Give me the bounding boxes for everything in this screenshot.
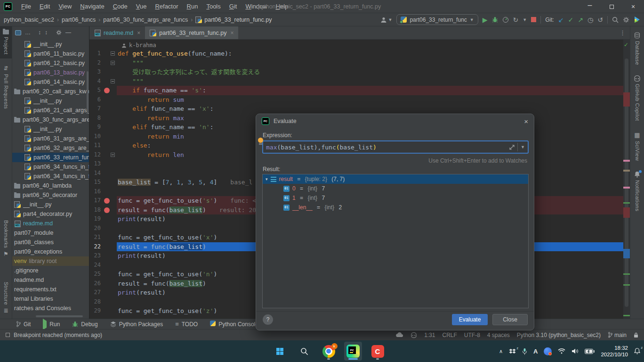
volume-icon[interactable] [572,348,579,354]
result-row[interactable]: 0 = {int} 7 [263,184,528,193]
tree-item[interactable]: part06_33_return_func.p [12,153,89,162]
tool-button-sciview[interactable]: ▦ SciView [630,121,644,161]
menu-file[interactable]: File [17,0,35,13]
tool-window-button-todo[interactable]: ≡TODO [175,321,198,328]
user-avatar-icon[interactable]: ▼ [380,16,392,23]
tree-item[interactable]: part09_exceptions [12,247,89,256]
tool-button-pull-requests[interactable]: ⇵ Pull Requests [0,58,12,115]
profiler-button[interactable] [502,16,509,23]
github-copilot-status-icon[interactable] [411,332,417,338]
breadcrumb-item[interactable]: part06_33_return_func.py [195,16,272,23]
run-configuration-select[interactable]: part06_33_return_func ▼ [396,14,478,25]
evaluate-button[interactable]: Evaluate [452,314,488,325]
line-number[interactable]: 26 [90,279,101,288]
code-line[interactable]: 2 """ [89,58,623,68]
line-number[interactable]: 25 [90,270,101,279]
tree-item[interactable]: readme.md [12,275,89,285]
tool-window-button-python-console[interactable]: Python Console [210,321,258,328]
help-button[interactable]: ? [263,314,273,325]
tree-item[interactable]: part06_13_basic.py [12,68,89,77]
tool-button-notifications[interactable]: Notifications [630,161,644,211]
code-line[interactable]: 7 elif func_name == 'x': [89,104,623,114]
menu-vue[interactable]: Vue [132,0,151,13]
tool-window-button-debug[interactable]: Debug [72,321,97,328]
line-number[interactable]: 21 [90,233,101,242]
line-number[interactable]: 14 [90,169,101,178]
result-row[interactable]: 1 = {int} 7 [263,193,528,203]
menu-edit[interactable]: Edit [35,0,54,13]
editor-scrollbar[interactable]: ✓ [623,40,630,319]
tree-item[interactable]: part08_classes [12,238,89,247]
tree-item[interactable]: part06_11_basic.py [12,49,89,58]
line-number[interactable]: 24 [90,261,101,270]
line-number[interactable]: 15 [90,178,101,187]
line-number[interactable]: 20 [90,224,101,233]
debug-button[interactable] [492,16,498,23]
file-encoding[interactable]: UTF-8 [464,332,480,338]
line-number[interactable]: 29 [90,306,101,316]
minimize-button[interactable]: – [579,0,601,13]
line-number[interactable]: 28 [90,297,101,307]
fold-marker[interactable] [111,79,115,83]
coverage-button[interactable]: ↻ [513,16,519,23]
line-number[interactable]: 2 [90,58,101,68]
tree-item[interactable]: part06_14_basic.py [12,77,89,87]
tree-item[interactable]: readme.md [12,219,89,228]
tray-overflow-chevron[interactable]: ∧ [499,348,503,354]
chevron-down-icon[interactable]: ▾ [266,174,268,184]
git-update-button[interactable]: ↙ [558,16,564,23]
breadcrumb-item[interactable]: python_basic_sec2 [4,16,54,23]
git-branch-widget[interactable]: main [608,332,627,338]
python-interpreter[interactable]: Python 3.10 (python_basic_sec2) [517,332,601,338]
tree-item[interactable]: part06_20_call_args_kwargs [12,87,89,96]
tab-part06_33_return_func.py[interactable]: part06_33_return_func.py× [145,26,238,39]
collapse-all-icon[interactable]: ↕ [45,29,48,36]
line-number[interactable]: 16 [90,187,101,197]
battery-icon[interactable] [585,349,595,354]
code-line[interactable]: 1def get_func_to_use(func_name): [89,49,623,58]
chevron-down-icon[interactable]: ▼ [523,17,527,22]
more-options-icon[interactable]: … [25,29,31,36]
tree-item[interactable]: part06_32_args_are_fun [12,143,89,153]
taskbar-chrome[interactable]: k [320,342,338,361]
tree-item[interactable]: part07_module [12,228,89,238]
settings-gear-icon[interactable] [623,16,629,23]
close-icon[interactable]: × [137,30,140,36]
expression-text[interactable]: max(base_list),func(base_list) [266,144,509,151]
tree-item[interactable]: part06_34_funcs_in_fun [12,162,89,172]
expression-input[interactable]: max(base_list),func(base_list) ▼ [262,140,529,154]
tree-item[interactable]: part06_50_decorator [12,190,89,200]
history-button[interactable]: ◷ [588,16,593,23]
expand-input-icon[interactable] [509,145,515,150]
result-row[interactable]: ▾result = {tuple: 2} (7, 7) [263,174,528,184]
line-number[interactable]: 19 [90,214,101,224]
kebab-menu-icon[interactable]: ⋮ [615,26,630,39]
history-dropdown-icon[interactable]: ▼ [521,145,525,149]
line-number[interactable]: 13 [90,159,101,169]
tree-item[interactable]: part06_12_basic.py [12,58,89,68]
tree-item[interactable]: __init__.py [12,40,89,49]
tree-item[interactable]: ratches and Consoles [12,304,89,313]
line-number[interactable]: 7 [90,104,101,114]
line-number[interactable]: 17 [90,196,101,206]
close-button[interactable]: × [622,0,644,13]
hide-panel-icon[interactable]: — [65,29,71,36]
tool-window-button-git[interactable]: Git [16,321,31,328]
project-view-icon[interactable] [15,30,21,35]
dropbox-icon[interactable]: z [509,348,516,354]
breakpoint-dot[interactable] [104,207,110,213]
taskbar-search-button[interactable] [295,342,313,361]
panel-settings-gear-icon[interactable] [56,30,62,35]
expand-all-icon[interactable]: ↕ [38,29,41,36]
status-message[interactable]: Breakpoint reached (moments ago) [14,332,102,338]
menu-run[interactable]: Run [183,0,202,13]
stop-button[interactable] [531,17,536,22]
search-everywhere-icon[interactable] [612,16,619,23]
tree-item[interactable]: part06_40_lambda [12,181,89,190]
result-row[interactable]: __len__ = {int} 2 [263,203,528,212]
menu-code[interactable]: Code [109,0,132,13]
fold-marker[interactable] [111,61,115,65]
fold-marker[interactable] [111,51,115,56]
start-button[interactable] [271,342,289,361]
taskbar-camtasia[interactable]: C [369,342,386,361]
